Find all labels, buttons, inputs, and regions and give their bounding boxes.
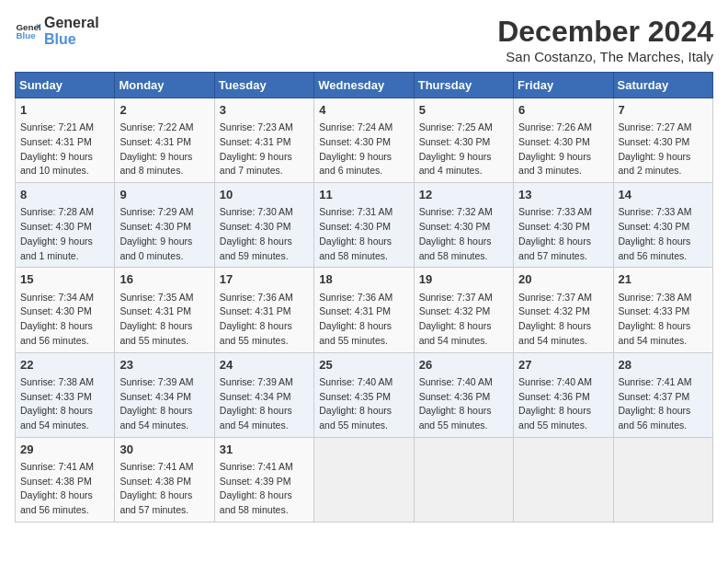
table-row: 26Sunrise: 7:40 AMSunset: 4:36 PMDayligh… [414,352,513,437]
table-row: 12Sunrise: 7:32 AMSunset: 4:30 PMDayligh… [414,183,513,268]
day-number: 17 [220,271,309,288]
table-row: 23Sunrise: 7:39 AMSunset: 4:34 PMDayligh… [115,352,214,437]
table-row: 10Sunrise: 7:30 AMSunset: 4:30 PMDayligh… [214,183,313,268]
day-number: 7 [619,102,708,119]
table-row: 8Sunrise: 7:28 AMSunset: 4:30 PMDaylight… [16,183,115,268]
table-row: 18Sunrise: 7:36 AMSunset: 4:31 PMDayligh… [314,268,414,352]
day-info: Sunrise: 7:38 AMSunset: 4:33 PMDaylight:… [619,291,708,349]
day-info: Sunrise: 7:36 AMSunset: 4:31 PMDaylight:… [319,291,408,349]
day-number: 3 [220,102,309,119]
day-number: 20 [518,271,608,288]
calendar-week-row: 29Sunrise: 7:41 AMSunset: 4:38 PMDayligh… [16,437,713,522]
day-info: Sunrise: 7:29 AMSunset: 4:30 PMDaylight:… [119,205,209,263]
table-row: 1Sunrise: 7:21 AMSunset: 4:31 PMDaylight… [16,98,115,183]
table-row [514,437,613,522]
table-row: 19Sunrise: 7:37 AMSunset: 4:32 PMDayligh… [414,268,513,352]
day-number: 29 [20,442,109,458]
day-info: Sunrise: 7:28 AMSunset: 4:30 PMDaylight:… [20,205,109,263]
day-info: Sunrise: 7:33 AMSunset: 4:30 PMDaylight:… [619,205,708,263]
day-number: 19 [419,271,508,288]
table-row: 25Sunrise: 7:40 AMSunset: 4:35 PMDayligh… [314,352,414,437]
table-row: 15Sunrise: 7:34 AMSunset: 4:30 PMDayligh… [16,268,115,352]
day-number: 12 [419,187,508,203]
table-row: 7Sunrise: 7:27 AMSunset: 4:30 PMDaylight… [613,98,712,183]
day-info: Sunrise: 7:25 AMSunset: 4:30 PMDaylight:… [419,121,508,178]
col-sunday: Sunday [16,73,115,98]
table-row [414,437,513,522]
day-info: Sunrise: 7:38 AMSunset: 4:33 PMDaylight:… [20,375,109,433]
day-number: 22 [20,357,109,373]
day-info: Sunrise: 7:27 AMSunset: 4:30 PMDaylight:… [619,121,708,178]
day-number: 28 [619,357,708,373]
table-row: 3Sunrise: 7:23 AMSunset: 4:31 PMDaylight… [214,98,313,183]
table-row [613,437,712,522]
day-number: 23 [119,357,209,373]
day-info: Sunrise: 7:37 AMSunset: 4:32 PMDaylight:… [518,291,608,349]
subtitle: San Costanzo, The Marches, Italy [497,49,713,64]
day-info: Sunrise: 7:40 AMSunset: 4:35 PMDaylight:… [319,375,408,433]
day-number: 1 [20,102,109,119]
day-number: 13 [518,187,608,203]
logo-icon: General Blue [15,18,40,44]
col-wednesday: Wednesday [314,73,414,98]
calendar-week-row: 15Sunrise: 7:34 AMSunset: 4:30 PMDayligh… [16,268,713,352]
day-info: Sunrise: 7:36 AMSunset: 4:31 PMDaylight:… [220,291,309,349]
day-number: 24 [220,357,309,373]
table-row: 14Sunrise: 7:33 AMSunset: 4:30 PMDayligh… [613,183,712,268]
day-info: Sunrise: 7:21 AMSunset: 4:31 PMDaylight:… [20,121,109,178]
day-number: 2 [119,102,209,119]
table-row: 17Sunrise: 7:36 AMSunset: 4:31 PMDayligh… [214,268,313,352]
table-row: 16Sunrise: 7:35 AMSunset: 4:31 PMDayligh… [115,268,214,352]
day-info: Sunrise: 7:40 AMSunset: 4:36 PMDaylight:… [518,375,608,433]
calendar-header-row: Sunday Monday Tuesday Wednesday Thursday… [16,73,713,98]
day-number: 21 [619,271,708,288]
day-info: Sunrise: 7:23 AMSunset: 4:31 PMDaylight:… [220,121,309,178]
day-number: 27 [518,357,608,373]
col-friday: Friday [514,73,613,98]
day-info: Sunrise: 7:40 AMSunset: 4:36 PMDaylight:… [419,375,508,433]
col-thursday: Thursday [414,73,513,98]
day-info: Sunrise: 7:31 AMSunset: 4:30 PMDaylight:… [319,205,408,263]
table-row: 24Sunrise: 7:39 AMSunset: 4:34 PMDayligh… [214,352,313,437]
day-number: 15 [20,271,109,288]
logo-line1: General [44,15,99,31]
table-row: 21Sunrise: 7:38 AMSunset: 4:33 PMDayligh… [613,268,712,352]
calendar-week-row: 1Sunrise: 7:21 AMSunset: 4:31 PMDaylight… [16,98,713,183]
day-number: 18 [319,271,408,288]
table-row: 22Sunrise: 7:38 AMSunset: 4:33 PMDayligh… [16,352,115,437]
logo-line2: Blue [44,31,99,48]
table-row [314,437,414,522]
day-info: Sunrise: 7:35 AMSunset: 4:31 PMDaylight:… [119,291,209,349]
day-number: 6 [518,102,608,119]
day-info: Sunrise: 7:22 AMSunset: 4:31 PMDaylight:… [119,121,209,178]
table-row: 28Sunrise: 7:41 AMSunset: 4:37 PMDayligh… [613,352,712,437]
day-info: Sunrise: 7:30 AMSunset: 4:30 PMDaylight:… [220,205,309,263]
table-row: 31Sunrise: 7:41 AMSunset: 4:39 PMDayligh… [214,437,313,522]
table-row: 11Sunrise: 7:31 AMSunset: 4:30 PMDayligh… [314,183,414,268]
day-info: Sunrise: 7:33 AMSunset: 4:30 PMDaylight:… [518,205,608,263]
table-row: 30Sunrise: 7:41 AMSunset: 4:38 PMDayligh… [115,437,214,522]
table-row: 13Sunrise: 7:33 AMSunset: 4:30 PMDayligh… [514,183,613,268]
header: General Blue General Blue December 2024 … [15,15,713,64]
day-number: 30 [119,442,209,458]
title-area: December 2024 San Costanzo, The Marches,… [497,15,713,64]
table-row: 5Sunrise: 7:25 AMSunset: 4:30 PMDaylight… [414,98,513,183]
table-row: 2Sunrise: 7:22 AMSunset: 4:31 PMDaylight… [115,98,214,183]
table-row: 29Sunrise: 7:41 AMSunset: 4:38 PMDayligh… [16,437,115,522]
day-info: Sunrise: 7:39 AMSunset: 4:34 PMDaylight:… [119,375,209,433]
day-info: Sunrise: 7:32 AMSunset: 4:30 PMDaylight:… [419,205,508,263]
calendar-week-row: 22Sunrise: 7:38 AMSunset: 4:33 PMDayligh… [16,352,713,437]
table-row: 27Sunrise: 7:40 AMSunset: 4:36 PMDayligh… [514,352,613,437]
table-row: 20Sunrise: 7:37 AMSunset: 4:32 PMDayligh… [514,268,613,352]
day-number: 8 [20,187,109,203]
day-info: Sunrise: 7:34 AMSunset: 4:30 PMDaylight:… [20,291,109,349]
table-row: 6Sunrise: 7:26 AMSunset: 4:30 PMDaylight… [514,98,613,183]
day-number: 26 [419,357,508,373]
day-number: 9 [119,187,209,203]
day-number: 4 [319,102,408,119]
day-number: 31 [220,442,309,458]
logo: General Blue General Blue [15,15,99,47]
day-number: 5 [419,102,508,119]
day-info: Sunrise: 7:24 AMSunset: 4:30 PMDaylight:… [319,121,408,178]
day-number: 10 [220,187,309,203]
